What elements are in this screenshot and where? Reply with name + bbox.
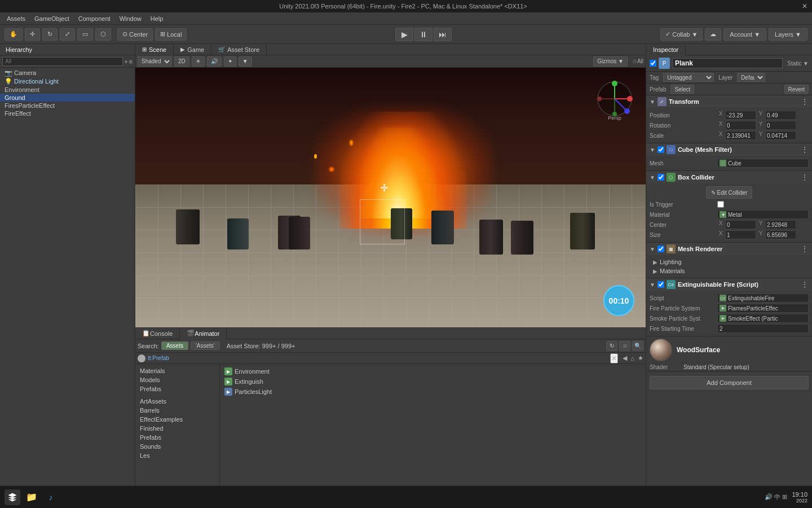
obj-active-checkbox[interactable] [650,60,656,67]
scene-tab-assetstore[interactable]: 🛒 Asset Store [211,44,267,55]
asset-cat-materials[interactable]: Materials [135,366,219,375]
layers-button[interactable]: Layers ▼ [769,28,807,41]
taskbar-unity-icon[interactable] [5,489,20,505]
asset-cat-prefabs[interactable]: Prefabs [135,384,219,393]
menu-help[interactable]: Help [146,14,168,23]
asset-item-particleslight[interactable]: ▶ ParticlesLight [222,387,643,397]
scale-y-input[interactable] [765,131,796,140]
lighting-toggle[interactable]: ▶ Lighting [650,257,809,266]
size-y-input[interactable] [765,230,796,239]
step-button[interactable]: ⏭ [434,28,452,41]
hand-tool-btn[interactable]: ✋ [5,28,23,41]
scene-tab-scene[interactable]: ⊞ Scene [135,44,174,55]
hierarchy-item-fire-effect[interactable]: FireEffect [0,110,135,117]
account-button[interactable]: Account ▼ [723,28,766,41]
asset-cat-sounds[interactable]: Sounds [135,442,219,451]
scale-x-input[interactable] [725,131,756,140]
hierarchy-item-environment[interactable]: Environment [0,86,135,94]
close-button[interactable]: ✕ [802,2,807,10]
mesh-renderer-options-icon[interactable]: ⋮ [801,244,809,253]
mesh-filter-active-checkbox[interactable] [657,146,664,153]
mesh-renderer-active-checkbox[interactable] [657,246,664,252]
prefab-revert-btn[interactable]: Revert [784,85,809,94]
fire-time-input[interactable] [717,324,809,333]
pause-button[interactable]: ⏸ [414,28,433,41]
scene-viewport[interactable]: ✛ [135,68,646,327]
add-component-btn[interactable]: Add Component [650,376,809,389]
shading-dropdown[interactable]: Shaded [138,56,172,67]
assets-tab-btn[interactable]: Assets [161,341,188,350]
hierarchy-tab[interactable]: Hierarchy [2,46,36,53]
move-tool-btn[interactable]: ✛ [25,28,40,41]
asset-cat-finished[interactable]: Finished [135,424,219,433]
rotate-tool-btn[interactable]: ↻ [42,28,58,41]
hierarchy-add-icon[interactable]: + [124,58,127,65]
tag-select[interactable]: Untagged [663,73,714,82]
edit-collider-btn[interactable]: ✎ Edit Collider [706,186,753,199]
prefab-close-btn[interactable]: ✕ [610,353,618,364]
hierarchy-options-icon[interactable]: ≡ [129,58,133,65]
cloud-button[interactable]: ☁ [705,28,721,41]
play-button[interactable]: ▶ [395,28,413,41]
hierarchy-search[interactable] [2,57,123,66]
inspector-tab[interactable]: Inspector [646,44,686,55]
size-x-input[interactable] [725,230,756,239]
audio-toggle-btn[interactable]: 🔊 [207,56,222,67]
asset-cat-barrels[interactable]: Barrels [135,406,219,415]
console-tab[interactable]: 📋 Console [135,328,180,339]
collab-button[interactable]: ✓ Collab ▼ [660,28,703,41]
asset-cat-artassets[interactable]: ArtAssets [135,397,219,406]
obj-name-input[interactable] [672,58,783,68]
box-collider-header[interactable]: ▼ ⬡ Box Collider ⋮ [646,171,812,183]
fire-script-header[interactable]: ▼ C# Extinguishable Fire (Script) ⋮ [646,278,812,291]
refresh-btn[interactable]: ↻ [606,341,617,351]
animator-tab[interactable]: 🎬 Animator [180,328,227,339]
gizmos-btn[interactable]: Gizmos ▼ [593,56,628,67]
scale-tool-btn[interactable]: ⤢ [60,28,75,41]
menu-window[interactable]: Window [115,14,146,23]
asset-cat-les[interactable]: Les [135,451,219,460]
menu-gameobject[interactable]: GameObject [30,14,74,23]
box-collider-active-checkbox[interactable] [657,174,664,181]
asset-cat-effectexamples[interactable]: EffectExamples [135,415,219,424]
box-collider-options-icon[interactable]: ⋮ [801,173,809,182]
taskbar-audio-icon[interactable]: ♪ [43,489,59,505]
asset-cat-models[interactable]: Models [135,375,219,384]
light-toggle-btn[interactable]: ☀ [192,56,205,67]
center-y-input[interactable] [765,220,796,229]
asset-item-environment[interactable]: ▶ Environment [222,366,643,376]
scene-tab-game[interactable]: ▶ Game [174,44,211,55]
center-btn[interactable]: ⊙ Center [117,28,153,41]
pos-x-input[interactable] [725,111,756,120]
prefab-select-btn[interactable]: Select [670,85,694,94]
asset-cat-prefabs2[interactable]: Prefabs [135,433,219,442]
fire-script-active-checkbox[interactable] [657,281,664,288]
hierarchy-item-camera[interactable]: 📷 Camera [0,69,135,77]
asset-star-icon[interactable]: ★ [638,354,643,362]
materials-toggle[interactable]: ▶ Materials [650,266,809,275]
layer-select[interactable]: Defau [737,73,765,82]
mesh-filter-options-icon[interactable]: ⋮ [801,145,809,154]
pos-y-input[interactable] [765,111,796,120]
hierarchy-item-fire-particle[interactable]: FiresParticleEffect [0,102,135,110]
rect-tool-btn[interactable]: ▭ [77,28,93,41]
effects-toggle-btn[interactable]: ✦ [224,56,236,67]
asset-home-icon[interactable]: ⌂ [630,355,634,362]
fire-script-options-icon[interactable]: ⋮ [801,280,809,289]
asset-move-icon[interactable]: ◀ [623,354,627,362]
taskbar-explorer-icon[interactable]: 📁 [24,489,39,505]
menu-component[interactable]: Component [74,14,115,23]
transform-options-icon[interactable]: ⋮ [801,97,809,106]
assets-folder-tab-btn[interactable]: 'Assets' [191,341,220,350]
mesh-renderer-header[interactable]: ▼ ▦ Mesh Renderer ⋮ [646,243,812,255]
is-trigger-checkbox[interactable] [717,201,724,208]
bookmark-btn[interactable]: ☆ [619,341,630,351]
multi-tool-btn[interactable]: ⬡ [95,28,111,41]
2d-mode-btn[interactable]: 2D [174,56,189,67]
mesh-filter-header[interactable]: ▼ □ Cube (Mesh Filter) ⋮ [646,143,812,156]
menu-assets[interactable]: Assets [2,14,30,23]
asset-item-extinguish[interactable]: ▶ Extinguish [222,376,643,387]
center-x-input[interactable] [725,220,756,229]
rot-y-input[interactable] [765,121,796,130]
search-icon-btn[interactable]: 🔍 [632,341,643,351]
